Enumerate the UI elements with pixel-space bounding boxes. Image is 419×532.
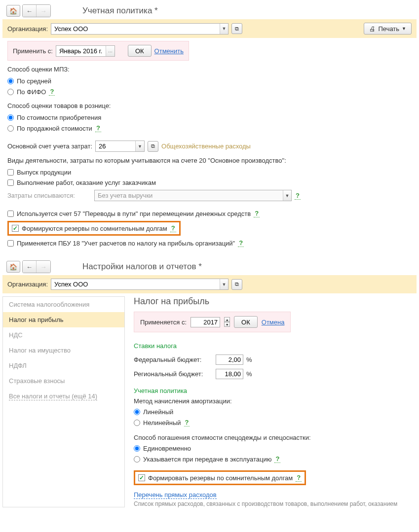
reserves-highlight-2: ✓ Формировать резервы по сомнительным до… [134,470,306,485]
page-title-2: Настройки налогов и отчетов * [82,262,202,272]
main-account-desc: Общехозяйственные расходы [161,142,251,150]
help-icon[interactable]: ? [295,192,301,200]
help-icon[interactable]: ? [238,239,244,247]
org-dropdown-icon[interactable]: ▼ [220,24,228,34]
main-account-open-button[interactable]: ⧉ [148,141,158,152]
year-up-icon[interactable]: ▲ [224,317,230,322]
activity-services-checkbox[interactable] [7,179,14,186]
apply-date-picker-icon[interactable]: … [106,46,114,56]
amort-label: Метод начисления амортизации: [134,397,408,405]
mpz-average-radio[interactable] [7,78,14,84]
retail-title: Способ оценки товаров в рознице: [7,102,412,109]
tax-apply-label: Применяется с: [140,319,187,326]
mpz-fifo-radio[interactable] [7,89,14,95]
spec-title: Способ погашения стоимости спецодежды и … [134,434,408,441]
help-icon[interactable]: ? [296,474,302,482]
back-button[interactable]: ← [23,5,37,17]
account57-checkbox[interactable] [7,211,14,217]
spec-on-transfer-radio[interactable] [134,456,140,462]
home-button[interactable]: 🏠 [6,261,20,273]
print-button[interactable]: 🖨 Печать ▼ [364,23,412,35]
org-input-2[interactable] [51,279,220,289]
activities-title: Виды деятельности, затраты по которым уч… [7,157,412,164]
back-button[interactable]: ← [23,261,37,273]
retail-sale-radio[interactable] [7,125,14,132]
tax-heading: Налог на прибыль [134,296,408,307]
reg-label: Региональный бюджет: [134,370,213,378]
org-dropdown-icon[interactable]: ▼ [220,279,228,289]
fed-label: Федеральный бюджет: [134,356,213,363]
org-input[interactable] [51,24,220,34]
reg-rate-input[interactable] [216,369,243,379]
retail-cost-radio[interactable] [7,114,14,121]
help-icon[interactable]: ? [170,224,176,232]
org-open-button-2[interactable]: ⧉ [231,279,242,290]
tax-cancel-link[interactable]: Отмена [262,319,285,326]
main-account-input[interactable] [96,141,135,151]
ok-button[interactable]: ОК [128,45,152,57]
fed-rate-input[interactable] [216,355,243,365]
main-account-dropdown-icon[interactable]: ▼ [135,141,144,151]
help-icon[interactable]: ? [184,419,190,426]
help-icon[interactable]: ? [274,455,280,463]
spec-once-radio[interactable] [134,445,140,452]
sidebar-item-property-tax[interactable]: Налог на имущество [3,343,124,358]
sidebar-item-vat[interactable]: НДС [3,327,124,343]
printer-icon: 🖨 [369,25,376,33]
reserves-highlight: ✓ Формируются резервы по сомнительным до… [7,221,181,236]
tax-ok-button[interactable]: ОК [234,316,258,328]
main-account-label: Основной счет учета затрат: [7,142,92,150]
costs-dropdown-icon[interactable]: ▼ [283,190,291,201]
forward-button[interactable]: → [37,5,50,17]
help-icon[interactable]: ? [95,124,101,132]
tax-apply-year-input[interactable] [190,317,220,327]
cancel-link[interactable]: Отменить [154,47,184,55]
sidebar-item-system[interactable]: Система налогообложения [3,297,124,312]
reserves-checkbox-2[interactable]: ✓ [138,474,145,481]
sidebar-item-all-taxes[interactable]: Все налоги и отчеты (ещё 14) [3,389,124,404]
pbu18-checkbox[interactable] [7,240,14,247]
year-down-icon[interactable]: ▼ [224,322,230,327]
amort-linear-radio[interactable] [134,409,140,415]
rates-title: Ставки налога [134,342,408,350]
activity-production-checkbox[interactable] [7,169,14,176]
org-label-2: Организация: [7,281,48,288]
sidebar-item-insurance[interactable]: Страховые взносы [3,373,124,389]
org-open-button[interactable]: ⧉ [231,23,242,34]
apply-date-input[interactable] [56,46,106,56]
apply-label: Применить с: [13,47,53,55]
help-icon[interactable]: ? [254,210,260,217]
sidebar-item-profit-tax[interactable]: Налог на прибыль [3,312,124,327]
policy-title: Учетная политика [134,387,408,394]
help-icon[interactable]: ? [49,88,55,96]
forward-button[interactable]: → [37,261,50,273]
mpz-title: Способ оценки МПЗ: [7,66,412,73]
costs-input [95,190,283,201]
tax-sidebar: Система налогообложения Налог на прибыль… [2,296,125,507]
home-button[interactable]: 🏠 [6,5,20,17]
direct-costs-desc: Список прямых расходов, связанных с прои… [134,500,408,507]
amort-nonlinear-radio[interactable] [134,420,140,426]
direct-costs-link[interactable]: Перечень прямых расходов [134,491,217,499]
costs-label: Затраты списываются: [7,192,91,199]
sidebar-item-ndfl[interactable]: НДФЛ [3,358,124,373]
reserves-checkbox[interactable]: ✓ [12,225,19,232]
org-label: Организация: [7,25,48,33]
page-title: Учетная политика * [82,6,158,16]
